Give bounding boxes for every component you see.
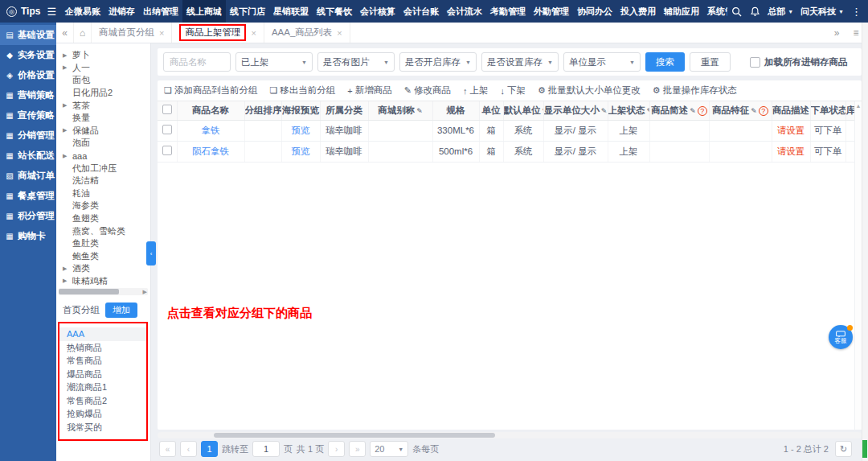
tree-item[interactable]: ▶ 保健品 — [63, 125, 150, 138]
scrollbar-thumb[interactable] — [59, 289, 119, 294]
topmenu-item[interactable]: 会计核算 — [356, 0, 399, 23]
topmenu-item[interactable]: 线下门店 — [226, 0, 269, 23]
scroll-up-icon[interactable]: ▲ — [855, 101, 862, 109]
prev-page-button[interactable]: ‹ — [180, 441, 197, 457]
expand-caret-icon[interactable]: ▶ — [63, 64, 69, 71]
tree-item[interactable]: ▶ 日化用品2 — [63, 87, 150, 100]
column-header[interactable]: 商品描述✎? — [772, 101, 810, 120]
sidebar-item[interactable]: ▦ 餐桌管理 — [0, 186, 56, 206]
group-list-item[interactable]: 常售商品 — [59, 354, 146, 368]
last-page-button[interactable]: » — [349, 441, 366, 457]
sidebar-item[interactable]: ▦ 站长配送 — [0, 146, 56, 166]
hamburger-icon[interactable]: ☰ — [47, 6, 56, 18]
tree-item[interactable]: ▶ 换量 — [63, 112, 150, 125]
group-list-item[interactable]: AAA — [59, 327, 146, 341]
select-all-checkbox[interactable] — [162, 105, 172, 114]
next-page-button[interactable]: › — [328, 441, 345, 457]
more-menu-icon[interactable]: ⋮ — [851, 6, 862, 18]
poster-preview-link[interactable]: 预览 — [281, 141, 320, 162]
sidebar-item[interactable]: ▧ 商城订单 — [0, 166, 56, 186]
tree-item[interactable]: ▶ 洗洁精 — [63, 175, 150, 187]
filter-select[interactable]: 是否开启库存 ▼ — [399, 52, 477, 72]
tree-item[interactable]: ▶ 鱼翅类 — [63, 212, 150, 225]
tree-item[interactable]: ▶ 泡面 — [63, 137, 150, 150]
product-name-input[interactable] — [163, 52, 231, 72]
table-vertical-scrollbar[interactable]: ▲ — [854, 101, 862, 430]
topmenu-item[interactable]: 会计台账 — [399, 0, 443, 23]
tree-item[interactable]: ▶ aaa — [63, 150, 150, 163]
toolbar-action[interactable]: + 新增商品 — [347, 84, 391, 97]
home-icon[interactable]: ⌂ — [74, 23, 92, 43]
group-list-item[interactable]: 潮流商品1 — [59, 381, 146, 394]
close-icon[interactable]: × — [251, 28, 256, 38]
table-row[interactable]: 陨石拿铁 预览 瑞幸咖啡 500ml*6 箱 系统 — [158, 141, 862, 162]
topmenu-item[interactable]: 企微易账 — [61, 0, 104, 23]
tree-item[interactable]: ▶ 茗茶 — [63, 99, 150, 112]
topmenu-item[interactable]: 线上商城 — [182, 0, 226, 23]
sidebar-item[interactable]: ▦ 积分管理 — [0, 206, 56, 226]
page-number-button[interactable]: 1 — [201, 441, 218, 457]
user-selector[interactable]: 问天科技 ▼ — [800, 6, 844, 18]
product-name-link[interactable]: 拿铁 — [177, 120, 244, 141]
bell-icon[interactable] — [749, 6, 760, 17]
filter-select[interactable]: 单位显示 ▼ — [563, 52, 641, 72]
reset-button[interactable]: 重置 — [690, 52, 731, 72]
expand-caret-icon[interactable]: ▶ — [63, 102, 69, 109]
column-header[interactable]: 海报预览✎? — [281, 101, 320, 120]
row-checkbox[interactable] — [162, 125, 172, 134]
sidebar-item[interactable]: ◆ 实务设置 — [0, 45, 56, 65]
filter-select[interactable]: 已上架 ▼ — [235, 52, 313, 72]
topmenu-item[interactable]: 协同办公 — [573, 0, 616, 23]
help-icon[interactable]: ? — [698, 106, 707, 116]
sidebar-item[interactable]: ▦ 购物卡 — [0, 226, 56, 246]
topmenu-item[interactable]: 进销存 — [104, 0, 139, 23]
close-icon[interactable]: × — [159, 28, 164, 38]
column-header[interactable]: 分组排序✎? — [244, 101, 281, 120]
tree-item[interactable]: ▶ 萝卜 — [63, 49, 150, 62]
topmenu-item[interactable]: 出纳管理 — [139, 0, 182, 23]
toolbar-action[interactable]: ❏ 移出当前分组 — [269, 84, 335, 97]
topmenu-item[interactable]: 系统管理 — [703, 0, 727, 23]
tree-item[interactable]: ▶ 酒类 — [63, 262, 150, 275]
column-header[interactable]: 上架状态✎? — [608, 101, 649, 120]
refresh-icon[interactable]: ↻ — [835, 441, 852, 457]
table-row[interactable]: 拿铁 预览 瑞幸咖啡 330ML*6 箱 系统 — [158, 120, 862, 141]
column-header[interactable]: 下单状态✎? — [810, 101, 845, 120]
tree-item[interactable]: ▶ 面包 — [63, 74, 150, 87]
search-button[interactable]: 搜索 — [645, 52, 685, 72]
sidebar-item[interactable]: ▦ 宣传策略 — [0, 105, 56, 126]
expand-caret-icon[interactable]: ▶ — [63, 265, 69, 272]
tree-item[interactable]: ▶ 代加工冲压 — [63, 162, 150, 175]
toolbar-action[interactable]: ❏ 添加商品到当前分组 — [164, 84, 257, 97]
topmenu-item[interactable]: 外勤管理 — [530, 0, 573, 23]
product-name-link[interactable]: 陨石拿铁 — [177, 141, 244, 162]
tree-item[interactable]: ▶ 人一 — [63, 62, 150, 75]
expand-caret-icon[interactable]: ▶ — [63, 153, 69, 159]
tree-panel-tab[interactable]: 商城首页分组 × — [92, 23, 172, 43]
sidebar-item[interactable]: ▦ 分销管理 — [0, 126, 56, 146]
sidebar-item[interactable]: ◈ 价格设置 — [0, 65, 56, 85]
jump-page-input[interactable] — [252, 441, 280, 457]
toolbar-action[interactable]: ↑ 上架 — [463, 84, 489, 97]
description-set-link[interactable]: 请设置 — [772, 120, 810, 141]
toolbar-action[interactable]: ⚙ 批量默认大小单位更改 — [538, 84, 641, 97]
main-horizontal-scrollbar[interactable] — [158, 432, 862, 438]
row-checkbox[interactable] — [162, 146, 172, 155]
toolbar-action[interactable]: ✎ 修改商品 — [404, 84, 451, 97]
content-tab[interactable]: AAA_商品列表 × — [264, 23, 350, 43]
topmenu-item[interactable]: 星销联盟 — [269, 0, 313, 23]
column-header[interactable]: 商品特征✎? — [709, 101, 772, 120]
column-header[interactable]: 商城别称✎? — [368, 101, 432, 120]
page-size-select[interactable]: 20 ▼ — [370, 441, 408, 457]
column-header[interactable]: 默认单位✎? — [503, 101, 543, 120]
tree-item[interactable]: ▶ 鲍鱼类 — [63, 250, 150, 263]
column-header[interactable]: 显示单位大小✎? — [543, 101, 608, 120]
topmenu-item[interactable]: 线下餐饮 — [313, 0, 356, 23]
group-list-item[interactable]: 爆品商品 — [59, 368, 146, 381]
tree-item[interactable]: ▶ 味精鸡精 — [63, 275, 150, 286]
group-list-item[interactable]: 热销商品 — [59, 341, 146, 355]
scroll-right-icon[interactable]: ▶ — [143, 288, 147, 295]
page-vertical-scrollbar[interactable] — [862, 23, 868, 461]
tree-item[interactable]: ▶ 燕窝、雪蛤类 — [63, 224, 150, 237]
topmenu-item[interactable]: 投入费用 — [616, 0, 660, 23]
